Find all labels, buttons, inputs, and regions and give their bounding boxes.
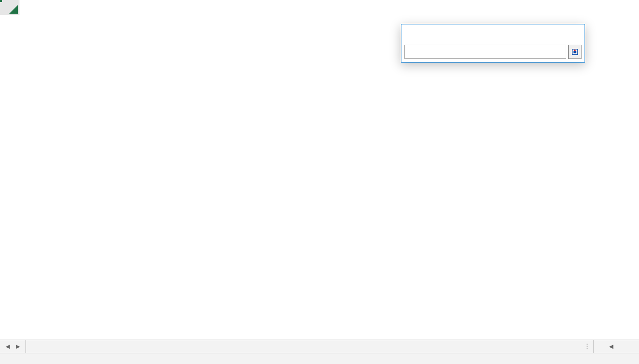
select-all-triangle-icon	[9, 5, 18, 14]
sheet-tab-bar: ◀ ▶	[0, 340, 639, 353]
advanced-filter-criteria-dialog	[401, 24, 585, 63]
dialog-titlebar[interactable]	[401, 24, 585, 45]
select-all-corner[interactable]	[0, 0, 19, 15]
scroll-left-icon: ◀	[609, 343, 613, 350]
sheet-scroll-right[interactable]: ▶	[13, 342, 22, 351]
sheet-scroll-left[interactable]: ◀	[3, 342, 12, 351]
tab-splitter-handle[interactable]: ⋮	[584, 343, 591, 350]
collapse-icon	[571, 48, 578, 55]
add-sheet-button[interactable]	[41, 340, 56, 353]
status-bar	[0, 353, 639, 364]
sheet-scroll-buttons: ◀ ▶	[0, 340, 26, 353]
horizontal-scrollbar[interactable]: ◀	[593, 340, 639, 353]
dialog-body	[401, 45, 585, 62]
criteria-range-input[interactable]	[404, 45, 566, 59]
collapse-dialog-button[interactable]	[568, 45, 582, 59]
